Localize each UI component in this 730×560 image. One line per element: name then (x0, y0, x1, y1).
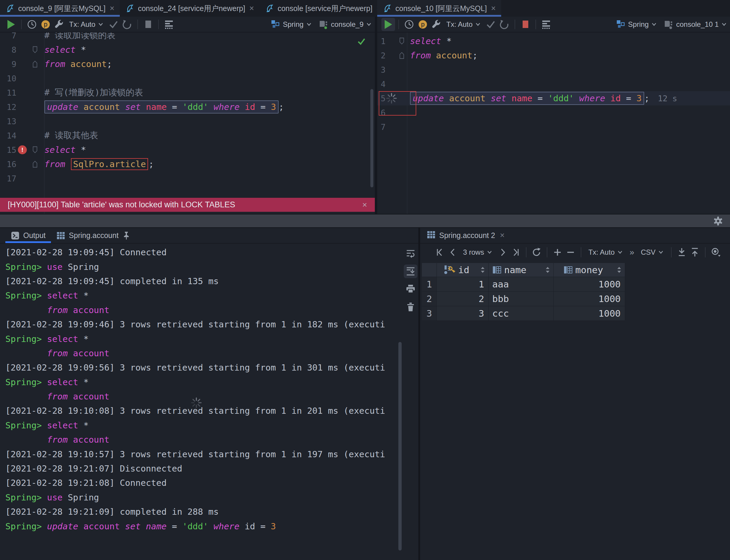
toggle-output-button-right[interactable] (539, 18, 553, 31)
export-data-button[interactable] (675, 246, 688, 259)
sort-arrows-icon[interactable] (616, 266, 622, 274)
editor-split-divider[interactable] (375, 17, 377, 214)
chevron-down-icon (475, 22, 481, 27)
stop-button-left[interactable] (141, 18, 155, 31)
session-selector-right[interactable]: console_10 1 (663, 19, 727, 29)
fold-region-start-icon[interactable] (32, 46, 38, 53)
tool-tab-spring-account[interactable]: Spring.account (51, 228, 136, 243)
cell-id[interactable]: 1 (437, 277, 489, 292)
primary-key-icon (444, 265, 456, 275)
cell-money[interactable]: 1000 (554, 292, 625, 306)
output-scrollbar[interactable] (398, 342, 402, 550)
row-number-header (422, 263, 437, 277)
error-close-icon[interactable]: × (362, 200, 367, 210)
editor-tab-left-1[interactable]: console_24 [service用户newerp]× (120, 0, 260, 17)
rollback-button-left[interactable] (120, 18, 134, 31)
toggle-output-button-left[interactable] (162, 18, 176, 31)
page-size-selector[interactable]: 3 rows (463, 248, 493, 256)
parameters-button-right[interactable]: p (416, 18, 430, 31)
chevron-down-icon (487, 250, 493, 254)
cell-name[interactable]: aaa (489, 277, 554, 292)
column-header-money[interactable]: money (554, 263, 625, 277)
line-number: 11 (0, 88, 16, 97)
cell-money[interactable]: 1000 (554, 306, 625, 321)
session-selector-left[interactable]: console_9 (318, 19, 372, 29)
column-header-id[interactable]: id (437, 263, 489, 277)
add-row-button[interactable] (551, 246, 564, 259)
tab-close-icon[interactable]: × (491, 4, 496, 13)
sql-editor-left[interactable]: 7# 读取加读锁的表8select *9from account;1011# 写… (0, 32, 375, 214)
sql-editor-right[interactable]: 1select *2from account;345update account… (377, 32, 730, 214)
output-line: from account (0, 433, 403, 447)
scroll-to-end-button[interactable] (404, 265, 417, 278)
first-page-button[interactable] (433, 246, 446, 259)
delete-row-button[interactable] (564, 246, 577, 259)
row-number-cell[interactable]: 2 (422, 292, 437, 306)
result-grid-toolbar: 3 rowsTx: Auto»CSV (420, 244, 730, 261)
export-format-selector[interactable]: CSV (641, 248, 664, 256)
fold-region-end-icon[interactable] (32, 60, 38, 68)
fold-region-start-icon[interactable] (399, 38, 404, 45)
run-button-right[interactable] (381, 18, 395, 31)
run-button-left[interactable] (4, 18, 18, 31)
datagrip-window: console_9 [阿里云MySQL]×console_24 [service… (0, 0, 730, 560)
sort-arrows-icon[interactable] (479, 266, 486, 274)
line-number: 3 (377, 65, 386, 74)
loading-spinner-icon (191, 397, 202, 410)
schema-selector-left[interactable]: Spring (270, 19, 312, 29)
editor-tab-left-2[interactable]: console [service用户newerp]× (260, 0, 387, 17)
toolbar-separator (398, 20, 399, 29)
result-tab[interactable]: Spring.account 2 × (420, 228, 730, 244)
row-number-cell[interactable]: 3 (422, 306, 437, 321)
row-number-cell[interactable]: 1 (422, 277, 437, 292)
view-options-button[interactable] (709, 246, 722, 259)
fold-region-end-icon[interactable] (32, 161, 38, 168)
pin-icon[interactable] (122, 231, 131, 240)
cell-name[interactable]: ccc (489, 306, 554, 321)
fold-region-end-icon[interactable] (399, 52, 404, 59)
more-actions-button[interactable]: » (627, 246, 637, 259)
commit-button-right[interactable] (484, 18, 498, 31)
code-line-7: 7 (377, 120, 730, 134)
output-console[interactable]: [2021-02-28 19:09:45] ConnectedSpring> u… (0, 244, 403, 560)
tx-mode-selector-right[interactable]: Tx: Auto (446, 20, 481, 29)
editor-tab-left-0[interactable]: console_9 [阿里云MySQL]× (0, 0, 120, 17)
previous-page-button[interactable] (446, 246, 459, 259)
next-page-button[interactable] (496, 246, 509, 259)
bottom-split-divider[interactable] (418, 228, 420, 560)
schema-selector-right[interactable]: Spring (616, 19, 657, 29)
table-header-row: idnamemoney (422, 263, 625, 277)
tool-tab-output[interactable]: Output (5, 228, 51, 243)
fold-region-start-icon[interactable] (32, 146, 38, 153)
tx-mode-selector-left[interactable]: Tx: Auto (69, 20, 104, 29)
tab-close-icon[interactable]: × (249, 4, 254, 13)
tab-close-icon[interactable]: × (110, 4, 114, 13)
cell-money[interactable]: 1000 (554, 277, 625, 292)
cell-id[interactable]: 2 (437, 292, 489, 306)
result-tab-close-icon[interactable]: × (500, 231, 505, 240)
editor-scrollbar[interactable] (370, 89, 373, 187)
rollback-button-right[interactable] (498, 18, 511, 31)
cell-id[interactable]: 3 (437, 306, 489, 321)
reload-page-button[interactable] (530, 246, 543, 259)
column-header-name[interactable]: name (489, 263, 554, 277)
print-button[interactable] (404, 282, 417, 296)
line-number: 4 (377, 80, 386, 89)
settings-wrench-button-right[interactable] (430, 18, 443, 31)
code-line-5: 5update account set name = 'ddd' where i… (377, 91, 730, 105)
sort-arrows-icon[interactable] (544, 266, 551, 274)
execution-history-button[interactable] (25, 18, 39, 31)
settings-wrench-button[interactable] (52, 18, 66, 31)
stop-button-right[interactable] (518, 18, 532, 31)
editor-tab-right-0[interactable]: console_10 [阿里云MySQL]× (377, 0, 501, 17)
clear-output-button[interactable] (404, 300, 417, 314)
import-data-button[interactable] (688, 246, 701, 259)
parameters-button[interactable]: p (39, 18, 52, 31)
cell-name[interactable]: bbb (489, 292, 554, 306)
commit-button-left[interactable] (107, 18, 120, 31)
last-page-button[interactable] (509, 246, 522, 259)
gear-icon[interactable] (713, 216, 723, 226)
tx-mode-selector-grid[interactable]: Tx: Auto (588, 248, 623, 256)
execution-history-button-right[interactable] (402, 18, 416, 31)
soft-wrap-button[interactable] (404, 247, 417, 260)
